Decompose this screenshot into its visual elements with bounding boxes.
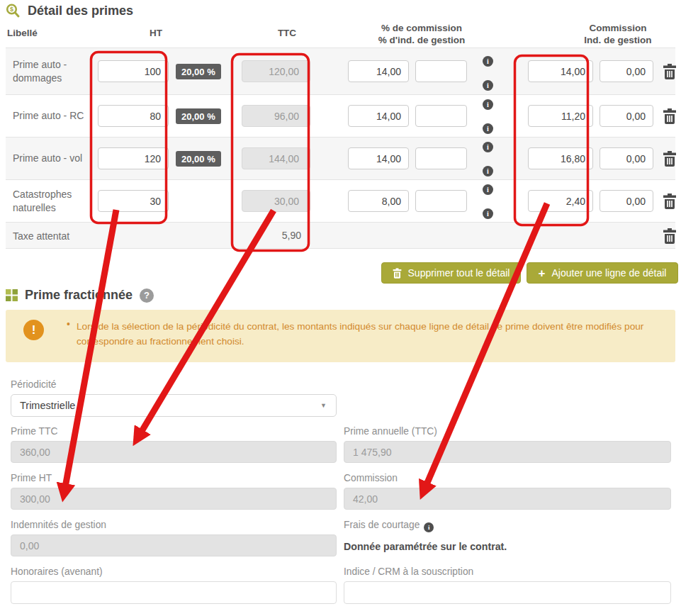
row-label: Catastrophes naturelles <box>13 188 96 215</box>
prime-ttc-label: Prime TTC <box>11 426 57 437</box>
ind-gestion-input[interactable] <box>600 147 653 169</box>
row-label: Taxe attentat <box>13 230 119 243</box>
section-primes-header: $ Détail des primes <box>6 4 133 18</box>
commission-input[interactable] <box>528 60 593 82</box>
prime-annuelle-label: Prime annuelle (TTC) <box>344 426 437 437</box>
table-row: Prime auto - vol 20,00 % i i <box>6 137 675 179</box>
delete-row-icon[interactable] <box>663 108 677 124</box>
delete-row-icon[interactable] <box>663 194 677 209</box>
warning-box: ! • Lors de la sélection de la périodici… <box>6 310 675 362</box>
svg-text:$: $ <box>10 6 13 13</box>
row-label: Prime auto - dommages <box>13 58 96 85</box>
ht-input[interactable] <box>98 147 169 169</box>
section-prime-fractionnee-title: Prime fractionnée <box>25 288 133 303</box>
pct-ind-gestion-input[interactable] <box>415 105 467 127</box>
info-icon[interactable]: i <box>483 123 493 134</box>
search-money-icon: $ <box>6 4 21 18</box>
col-header-ttc: TTC <box>262 28 312 38</box>
pct-commission-input[interactable] <box>348 60 409 82</box>
delete-row-icon[interactable] <box>663 151 677 167</box>
tax-rate-badge: 20,00 % <box>176 151 221 167</box>
info-icon[interactable]: i <box>483 56 493 67</box>
section-primes-title: Détail des primes <box>28 4 133 18</box>
pct-ind-gestion-input[interactable] <box>415 190 467 212</box>
prime-annuelle-field: 1 475,90 <box>344 441 671 463</box>
indemnites-field: 0,00 <box>11 534 337 556</box>
trash-icon <box>393 268 402 279</box>
periodicite-select[interactable]: Trimestrielle ▼ <box>11 394 337 417</box>
pct-ind-gestion-input[interactable] <box>415 60 467 82</box>
info-icon[interactable]: i <box>483 184 493 195</box>
chevron-down-icon: ▼ <box>320 402 327 409</box>
ht-input[interactable] <box>98 190 169 212</box>
ttc-input <box>242 105 310 127</box>
ttc-input <box>242 60 310 82</box>
frais-courtage-note: Donnée paramétrée sur le contrat. <box>344 541 507 552</box>
prime-ht-field: 300,00 <box>11 488 337 510</box>
ht-input[interactable] <box>98 60 169 82</box>
commission-input[interactable] <box>528 190 593 212</box>
row-label: Prime auto - RC <box>13 109 105 123</box>
info-icon[interactable]: i <box>483 99 493 110</box>
info-icon[interactable]: i <box>483 208 493 219</box>
commission-input[interactable] <box>528 147 593 169</box>
plus-icon: + <box>539 267 546 279</box>
col-header-pct-commission: % de commission % d'ind. de gestion <box>340 22 503 46</box>
ttc-value: 5,90 <box>242 230 301 241</box>
ind-gestion-input[interactable] <box>600 190 653 212</box>
prime-ttc-field: 360,00 <box>11 441 337 463</box>
indice-crm-label: Indice / CRM à la souscription <box>344 566 473 577</box>
prime-ht-label: Prime HT <box>11 473 52 483</box>
pct-commission-input[interactable] <box>348 105 409 127</box>
table-row: Taxe attentat 5,90 <box>6 222 675 249</box>
ttc-input <box>242 147 310 169</box>
ind-gestion-input[interactable] <box>600 105 653 127</box>
periodicite-label: Périodicité <box>11 379 56 390</box>
ttc-input <box>242 190 310 212</box>
table-row: Prime auto - RC 20,00 % i i <box>6 94 675 137</box>
premium-detail-page: $ Détail des primes Libellé HT TTC % de … <box>0 0 681 616</box>
col-header-ht: HT <box>131 28 181 38</box>
ind-gestion-input[interactable] <box>600 60 653 82</box>
info-icon[interactable]: i <box>483 142 493 152</box>
grid-icon <box>6 289 18 301</box>
pct-commission-input[interactable] <box>348 190 409 212</box>
info-icon[interactable]: i <box>483 166 493 177</box>
info-icon[interactable]: i <box>424 522 434 532</box>
warning-bullet: • <box>67 318 70 330</box>
indice-crm-input[interactable] <box>344 581 671 604</box>
delete-all-detail-button[interactable]: Supprimer tout le détail <box>381 262 521 284</box>
honoraires-label: Honoraires (avenant) <box>11 566 103 577</box>
pct-commission-input[interactable] <box>348 147 409 169</box>
section-prime-fractionnee-header: Prime fractionnée ? <box>6 288 154 303</box>
warning-icon: ! <box>23 320 44 340</box>
pct-ind-gestion-input[interactable] <box>415 147 467 169</box>
info-icon[interactable]: i <box>483 80 493 91</box>
delete-row-icon[interactable] <box>663 64 677 79</box>
col-header-commission: Commission Ind. de gestion <box>536 22 681 46</box>
commission-input[interactable] <box>528 105 593 127</box>
frais-courtage-label: Frais de courtagei <box>344 520 434 532</box>
indemnites-label: Indemnités de gestion <box>11 520 106 530</box>
row-label: Prime auto - vol <box>13 152 105 165</box>
tax-rate-badge: 20,00 % <box>176 108 221 124</box>
add-detail-line-button[interactable]: + Ajouter une ligne de détail <box>527 262 678 284</box>
warning-text: Lors de la sélection de la périodicité d… <box>77 319 652 349</box>
commission-label: Commission <box>344 473 398 483</box>
commission-field: 42,00 <box>344 488 671 510</box>
col-header-libelle: Libellé <box>7 28 38 38</box>
delete-row-icon[interactable] <box>663 228 677 244</box>
help-icon[interactable]: ? <box>140 289 154 303</box>
table-row: Catastrophes naturelles i i <box>6 179 675 222</box>
table-row: Prime auto - dommages 20,00 % i i <box>6 47 675 94</box>
ht-input[interactable] <box>98 105 169 127</box>
honoraires-input[interactable] <box>11 581 337 604</box>
tax-rate-badge: 20,00 % <box>176 64 221 79</box>
